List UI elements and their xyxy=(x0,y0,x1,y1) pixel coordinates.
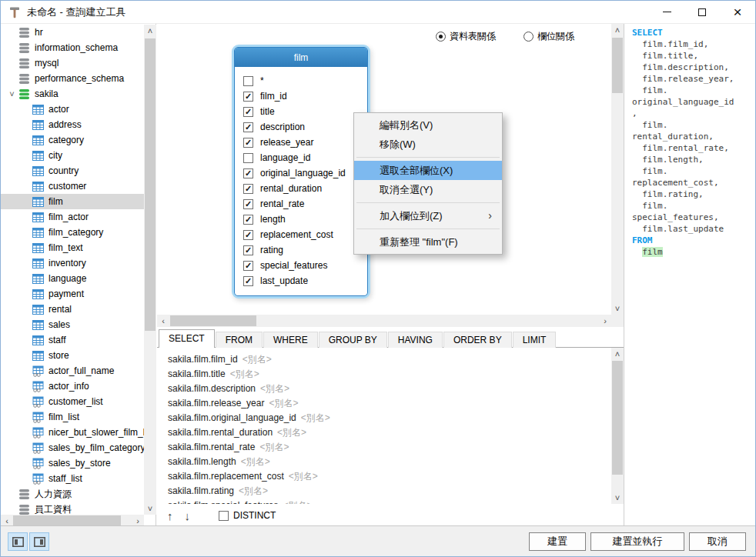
tab-where[interactable]: WHERE xyxy=(263,332,318,348)
tab-from[interactable]: FROM xyxy=(216,332,263,348)
field-checkbox[interactable]: ✓ xyxy=(243,199,253,209)
tree-item-actor_info[interactable]: actor_info xyxy=(1,379,144,394)
select-field-row[interactable]: sakila.film.replacement_cost<別名> xyxy=(157,469,611,484)
tree-item-rental[interactable]: rental xyxy=(1,302,144,317)
build-and-run-button[interactable]: 建置並執行 xyxy=(590,532,684,551)
tree-item-mysql[interactable]: mysql xyxy=(1,55,144,71)
tree-item-film_text[interactable]: film_text xyxy=(1,240,144,255)
scrollbar-thumb[interactable] xyxy=(612,361,623,475)
tree-item-staff[interactable]: staff xyxy=(1,332,144,348)
select-field-row[interactable]: sakila.film.release_year<別名> xyxy=(157,396,611,411)
menu-item-3[interactable]: 選取全部欄位(X) xyxy=(354,161,502,180)
card-field-film_id[interactable]: ✓film_id xyxy=(235,88,367,104)
radio-table-relations[interactable]: 資料表關係 xyxy=(436,30,496,43)
select-field-row[interactable]: sakila.film.rating<別名> xyxy=(157,484,611,499)
select-field-row[interactable]: sakila.film.film_id<別名> xyxy=(157,352,611,367)
card-field-original_language_id[interactable]: ✓original_language_id xyxy=(235,165,367,181)
tree-item-information_schema[interactable]: information_schema xyxy=(1,40,144,55)
tree-item-customer[interactable]: customer xyxy=(1,178,144,194)
field-checkbox[interactable]: ✓ xyxy=(243,168,253,178)
card-field-last_update[interactable]: ✓last_update xyxy=(235,273,367,289)
scrollbar-thumb[interactable] xyxy=(13,515,121,526)
field-checkbox[interactable]: ✓ xyxy=(243,276,253,286)
scrollbar-thumb[interactable] xyxy=(170,315,256,326)
scroll-left-arrow[interactable]: ‹ xyxy=(157,315,169,327)
move-up-button[interactable]: ↑ xyxy=(167,509,173,522)
tree-item-customer_list[interactable]: customer_list xyxy=(1,394,144,409)
field-checkbox[interactable]: ✓ xyxy=(243,122,253,132)
tree-item-sales[interactable]: sales xyxy=(1,317,144,332)
tree-item-language[interactable]: language xyxy=(1,271,144,286)
toggle-left-pane-button[interactable] xyxy=(8,532,28,551)
canvas-vertical-scrollbar[interactable]: ˄ ˅ xyxy=(611,24,624,315)
tree-item-inventory[interactable]: inventory xyxy=(1,255,144,271)
select-field-row[interactable]: sakila.film.rental_duration<別名> xyxy=(157,425,611,440)
distinct-checkbox[interactable] xyxy=(219,511,229,521)
move-down-button[interactable]: ↓ xyxy=(185,509,191,522)
radio-field-relations[interactable]: 欄位關係 xyxy=(524,30,574,43)
tree-item-film_category[interactable]: film_category xyxy=(1,225,144,240)
tree-item-actor[interactable]: actor xyxy=(1,102,144,117)
scroll-right-arrow[interactable]: › xyxy=(599,315,611,327)
scroll-up-arrow[interactable]: ˄ xyxy=(611,24,624,36)
card-field-title[interactable]: ✓title xyxy=(235,104,367,119)
tree-item-film_actor[interactable]: film_actor xyxy=(1,209,144,225)
tree-item-film_list[interactable]: film_list xyxy=(1,409,144,425)
tab-limit[interactable]: LIMIT xyxy=(513,332,557,348)
menu-item-0[interactable]: 編輯別名(V) xyxy=(354,115,502,135)
minimize-button[interactable] xyxy=(649,1,684,23)
select-field-row[interactable]: sakila.film.original_language_id<別名> xyxy=(157,411,611,425)
table-card-title[interactable]: film xyxy=(235,48,367,67)
build-button[interactable]: 建置 xyxy=(529,532,586,551)
tree-item-address[interactable]: address xyxy=(1,117,144,132)
select-field-row[interactable]: sakila.film.title<別名> xyxy=(157,367,611,382)
tree-item-nicer_but_slower_film_list[interactable]: nicer_but_slower_film_list xyxy=(1,425,144,440)
tab-select[interactable]: SELECT xyxy=(159,329,215,348)
card-field-rental_rate[interactable]: ✓rental_rate xyxy=(235,196,367,212)
field-checkbox[interactable] xyxy=(243,153,253,163)
field-checkbox[interactable]: ✓ xyxy=(243,107,253,117)
tree-item-sales_by_store[interactable]: sales_by_store xyxy=(1,455,144,471)
tab-group-by[interactable]: GROUP BY xyxy=(319,332,387,348)
tree-item-sakila[interactable]: ˅sakila xyxy=(1,86,144,102)
tab-having[interactable]: HAVING xyxy=(388,332,443,348)
tree-item-actor_full_name[interactable]: actor_full_name xyxy=(1,363,144,379)
select-field-row[interactable]: sakila.film.length<別名> xyxy=(157,455,611,469)
field-checkbox[interactable]: ✓ xyxy=(243,184,253,194)
tree-item-film[interactable]: film xyxy=(1,194,144,209)
sidebar-vertical-scrollbar[interactable]: ˄ ˅ xyxy=(144,25,156,515)
card-field-release_year[interactable]: ✓release_year xyxy=(235,135,367,150)
card-field-rating[interactable]: ✓rating xyxy=(235,242,367,258)
scroll-down-arrow[interactable]: ˅ xyxy=(144,502,156,515)
field-checkbox[interactable]: ✓ xyxy=(243,92,253,102)
tree-item-performance_schema[interactable]: performance_schema xyxy=(1,71,144,86)
card-field-description[interactable]: ✓description xyxy=(235,119,367,135)
card-field-star[interactable]: * xyxy=(235,73,367,88)
film-table-card[interactable]: film *✓film_id✓title✓description✓release… xyxy=(232,45,370,299)
field-checkbox[interactable]: ✓ xyxy=(243,138,253,148)
card-field-special_features[interactable]: ✓special_features xyxy=(235,258,367,273)
menu-item-4[interactable]: 取消全選(Y) xyxy=(354,180,502,199)
tree-item-db-30[interactable]: 人力資源 xyxy=(1,486,144,502)
tree-item-hr[interactable]: hr xyxy=(1,25,144,40)
scroll-up-arrow[interactable]: ˄ xyxy=(611,348,624,360)
tree-item-db-31[interactable]: 員工資料 xyxy=(1,502,144,515)
maximize-button[interactable] xyxy=(684,1,720,23)
cancel-button[interactable]: 取消 xyxy=(689,532,746,551)
sql-preview[interactable]: SELECT film.film_id, film.title, film.de… xyxy=(624,24,756,527)
builder-vertical-scrollbar[interactable]: ˄ ˅ xyxy=(611,348,624,504)
tree-item-category[interactable]: category xyxy=(1,132,144,148)
tree-item-staff_list[interactable]: staff_list xyxy=(1,471,144,486)
tree-item-payment[interactable]: payment xyxy=(1,286,144,302)
chevron-down-icon[interactable]: ˅ xyxy=(5,89,18,98)
field-checkbox[interactable]: ✓ xyxy=(243,261,253,271)
field-checkbox[interactable]: ✓ xyxy=(243,245,253,255)
card-field-length[interactable]: ✓length xyxy=(235,212,367,227)
close-button[interactable]: × xyxy=(720,1,755,23)
field-checkbox[interactable] xyxy=(243,76,253,86)
card-field-language_id[interactable]: language_id xyxy=(235,150,367,165)
select-field-row[interactable]: sakila.film.special_features<別名> xyxy=(157,499,611,504)
menu-item-8[interactable]: 重新整理 "film"(F) xyxy=(354,232,502,252)
tree-item-store[interactable]: store xyxy=(1,348,144,363)
field-checkbox[interactable]: ✓ xyxy=(243,215,253,225)
